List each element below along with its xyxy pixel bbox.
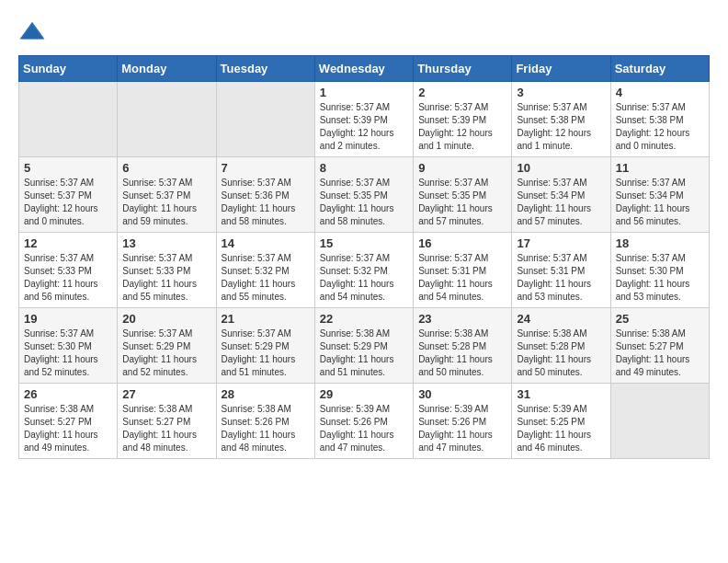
- day-info: Sunrise: 5:37 AM Sunset: 5:38 PM Dayligh…: [616, 101, 704, 153]
- calendar-cell: 12Sunrise: 5:37 AM Sunset: 5:33 PM Dayli…: [19, 233, 118, 308]
- calendar-cell: 17Sunrise: 5:37 AM Sunset: 5:31 PM Dayli…: [512, 233, 610, 308]
- day-info: Sunrise: 5:37 AM Sunset: 5:34 PM Dayligh…: [616, 177, 704, 228]
- calendar-cell: 14Sunrise: 5:37 AM Sunset: 5:32 PM Dayli…: [216, 233, 314, 308]
- day-info: Sunrise: 5:37 AM Sunset: 5:30 PM Dayligh…: [616, 252, 704, 304]
- day-info: Sunrise: 5:38 AM Sunset: 5:29 PM Dayligh…: [320, 327, 408, 379]
- day-number: 30: [418, 387, 506, 401]
- day-number: 6: [122, 161, 210, 175]
- calendar-cell: 25Sunrise: 5:38 AM Sunset: 5:27 PM Dayli…: [610, 308, 709, 384]
- calendar-cell: 28Sunrise: 5:38 AM Sunset: 5:26 PM Dayli…: [216, 384, 314, 459]
- calendar-table: SundayMondayTuesdayWednesdayThursdayFrid…: [18, 55, 710, 459]
- weekday-header-saturday: Saturday: [610, 56, 709, 82]
- day-info: Sunrise: 5:38 AM Sunset: 5:28 PM Dayligh…: [517, 327, 605, 379]
- day-info: Sunrise: 5:37 AM Sunset: 5:35 PM Dayligh…: [418, 177, 506, 228]
- calendar-body: 1Sunrise: 5:37 AM Sunset: 5:39 PM Daylig…: [19, 82, 710, 459]
- day-number: 19: [24, 312, 112, 326]
- weekday-header-monday: Monday: [118, 56, 216, 82]
- day-info: Sunrise: 5:37 AM Sunset: 5:39 PM Dayligh…: [418, 101, 506, 153]
- day-info: Sunrise: 5:37 AM Sunset: 5:37 PM Dayligh…: [24, 177, 112, 228]
- calendar-cell: 30Sunrise: 5:39 AM Sunset: 5:26 PM Dayli…: [414, 384, 512, 459]
- day-number: 23: [418, 312, 506, 326]
- day-number: 16: [418, 236, 506, 250]
- calendar-week-5: 26Sunrise: 5:38 AM Sunset: 5:27 PM Dayli…: [19, 384, 710, 459]
- calendar-cell: 2Sunrise: 5:37 AM Sunset: 5:39 PM Daylig…: [414, 82, 512, 157]
- calendar-cell: 26Sunrise: 5:38 AM Sunset: 5:27 PM Dayli…: [19, 384, 118, 459]
- weekday-header-tuesday: Tuesday: [216, 56, 314, 82]
- day-number: 10: [517, 161, 605, 175]
- day-number: 25: [616, 312, 704, 326]
- day-number: 20: [122, 312, 210, 326]
- day-number: 11: [616, 161, 704, 175]
- day-info: Sunrise: 5:39 AM Sunset: 5:26 PM Dayligh…: [418, 403, 506, 454]
- day-number: 18: [616, 236, 704, 250]
- day-number: 5: [24, 161, 112, 175]
- day-info: Sunrise: 5:37 AM Sunset: 5:33 PM Dayligh…: [24, 252, 112, 304]
- calendar-cell: 24Sunrise: 5:38 AM Sunset: 5:28 PM Dayli…: [512, 308, 610, 384]
- day-info: Sunrise: 5:37 AM Sunset: 5:31 PM Dayligh…: [517, 252, 605, 304]
- day-info: Sunrise: 5:38 AM Sunset: 5:28 PM Dayligh…: [418, 327, 506, 379]
- day-info: Sunrise: 5:37 AM Sunset: 5:32 PM Dayligh…: [222, 252, 310, 304]
- day-number: 27: [122, 387, 210, 401]
- day-number: 4: [616, 86, 704, 99]
- calendar-header: SundayMondayTuesdayWednesdayThursdayFrid…: [19, 56, 710, 82]
- day-number: 28: [222, 387, 310, 401]
- day-number: 26: [24, 387, 112, 401]
- calendar-cell: 22Sunrise: 5:38 AM Sunset: 5:29 PM Dayli…: [314, 308, 413, 384]
- calendar-cell: 1Sunrise: 5:37 AM Sunset: 5:39 PM Daylig…: [314, 82, 413, 157]
- calendar-cell: 18Sunrise: 5:37 AM Sunset: 5:30 PM Dayli…: [610, 233, 709, 308]
- day-info: Sunrise: 5:38 AM Sunset: 5:27 PM Dayligh…: [616, 327, 704, 379]
- day-info: Sunrise: 5:37 AM Sunset: 5:33 PM Dayligh…: [122, 252, 210, 304]
- calendar-week-2: 5Sunrise: 5:37 AM Sunset: 5:37 PM Daylig…: [19, 157, 710, 233]
- day-info: Sunrise: 5:37 AM Sunset: 5:29 PM Dayligh…: [222, 327, 310, 379]
- calendar-cell: 9Sunrise: 5:37 AM Sunset: 5:35 PM Daylig…: [414, 157, 512, 233]
- day-number: 7: [222, 161, 310, 175]
- calendar-cell: 27Sunrise: 5:38 AM Sunset: 5:27 PM Dayli…: [118, 384, 216, 459]
- calendar-cell: [118, 82, 216, 157]
- calendar-cell: 10Sunrise: 5:37 AM Sunset: 5:34 PM Dayli…: [512, 157, 610, 233]
- logo-icon: [18, 18, 46, 46]
- calendar-cell: 16Sunrise: 5:37 AM Sunset: 5:31 PM Dayli…: [414, 233, 512, 308]
- calendar-cell: 13Sunrise: 5:37 AM Sunset: 5:33 PM Dayli…: [118, 233, 216, 308]
- day-info: Sunrise: 5:38 AM Sunset: 5:27 PM Dayligh…: [24, 403, 112, 454]
- day-number: 2: [418, 86, 506, 99]
- calendar-cell: 5Sunrise: 5:37 AM Sunset: 5:37 PM Daylig…: [19, 157, 118, 233]
- day-info: Sunrise: 5:39 AM Sunset: 5:25 PM Dayligh…: [517, 403, 605, 454]
- day-info: Sunrise: 5:37 AM Sunset: 5:29 PM Dayligh…: [122, 327, 210, 379]
- day-number: 12: [24, 236, 112, 250]
- calendar-cell: [610, 384, 709, 459]
- calendar-cell: 29Sunrise: 5:39 AM Sunset: 5:26 PM Dayli…: [314, 384, 413, 459]
- calendar-cell: 11Sunrise: 5:37 AM Sunset: 5:34 PM Dayli…: [610, 157, 709, 233]
- calendar-cell: 20Sunrise: 5:37 AM Sunset: 5:29 PM Dayli…: [118, 308, 216, 384]
- day-info: Sunrise: 5:37 AM Sunset: 5:31 PM Dayligh…: [418, 252, 506, 304]
- calendar-cell: 23Sunrise: 5:38 AM Sunset: 5:28 PM Dayli…: [414, 308, 512, 384]
- day-info: Sunrise: 5:37 AM Sunset: 5:36 PM Dayligh…: [222, 177, 310, 228]
- day-number: 17: [517, 236, 605, 250]
- day-info: Sunrise: 5:37 AM Sunset: 5:32 PM Dayligh…: [320, 252, 408, 304]
- calendar-week-1: 1Sunrise: 5:37 AM Sunset: 5:39 PM Daylig…: [19, 82, 710, 157]
- calendar-cell: [19, 82, 118, 157]
- logo: [18, 18, 50, 46]
- calendar-cell: 6Sunrise: 5:37 AM Sunset: 5:37 PM Daylig…: [118, 157, 216, 233]
- day-number: 1: [320, 86, 408, 99]
- calendar-week-4: 19Sunrise: 5:37 AM Sunset: 5:30 PM Dayli…: [19, 308, 710, 384]
- calendar-cell: 8Sunrise: 5:37 AM Sunset: 5:35 PM Daylig…: [314, 157, 413, 233]
- calendar-cell: 15Sunrise: 5:37 AM Sunset: 5:32 PM Dayli…: [314, 233, 413, 308]
- day-info: Sunrise: 5:39 AM Sunset: 5:26 PM Dayligh…: [320, 403, 408, 454]
- day-info: Sunrise: 5:37 AM Sunset: 5:37 PM Dayligh…: [122, 177, 210, 228]
- weekday-header-sunday: Sunday: [19, 56, 118, 82]
- day-number: 3: [517, 86, 605, 99]
- day-info: Sunrise: 5:37 AM Sunset: 5:39 PM Dayligh…: [320, 101, 408, 153]
- day-info: Sunrise: 5:37 AM Sunset: 5:35 PM Dayligh…: [320, 177, 408, 228]
- calendar-cell: [216, 82, 314, 157]
- day-number: 15: [320, 236, 408, 250]
- day-number: 13: [122, 236, 210, 250]
- page-header: [18, 18, 710, 46]
- day-number: 29: [320, 387, 408, 401]
- day-info: Sunrise: 5:37 AM Sunset: 5:34 PM Dayligh…: [517, 177, 605, 228]
- calendar-cell: 4Sunrise: 5:37 AM Sunset: 5:38 PM Daylig…: [610, 82, 709, 157]
- calendar-cell: 21Sunrise: 5:37 AM Sunset: 5:29 PM Dayli…: [216, 308, 314, 384]
- weekday-header-thursday: Thursday: [414, 56, 512, 82]
- weekday-header-wednesday: Wednesday: [314, 56, 413, 82]
- day-info: Sunrise: 5:38 AM Sunset: 5:26 PM Dayligh…: [222, 403, 310, 454]
- day-number: 21: [222, 312, 310, 326]
